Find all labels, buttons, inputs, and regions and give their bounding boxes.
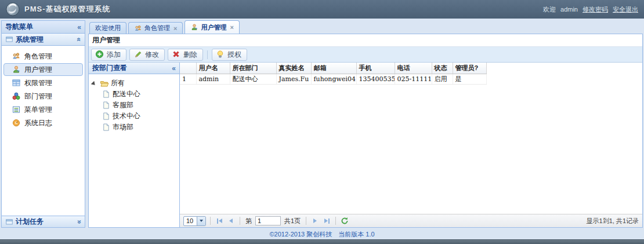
user-table: 用户名 所在部门 真实姓名 邮箱 手机 电话 状态 管理员? <box>180 63 487 85</box>
paging-toolbar: 10 第 共1页 <box>180 214 642 227</box>
edit-button-label: 修改 <box>145 50 159 60</box>
column-header-admin[interactable]: 管理员? <box>453 63 486 74</box>
user-icon <box>190 23 198 31</box>
grid-empty-area <box>180 85 642 214</box>
refresh-icon[interactable] <box>340 216 349 225</box>
sidebar-item-department-mgmt[interactable]: 部门管理 <box>3 90 83 103</box>
tree-node-label: 客服部 <box>113 100 133 110</box>
footer-bar: ©2012-2013 聚创科技 当前版本 1.0 <box>0 229 644 239</box>
main-area: 欢迎使用 角色管理 × 用户管理 × 用户管理 <box>88 20 643 228</box>
tree-expander-icon[interactable] <box>91 81 99 88</box>
column-header-realname[interactable]: 真实姓名 <box>276 63 311 74</box>
panel-title: 用户管理 <box>89 34 642 47</box>
sidebar-item-label: 权限管理 <box>24 78 52 88</box>
sidebar-collapse-icon[interactable]: « <box>77 24 81 31</box>
sidebar-item-role-mgmt[interactable]: 角色管理 <box>3 50 83 63</box>
bulb-icon <box>216 50 225 59</box>
edit-pencil-icon <box>133 50 143 59</box>
tab-role-mgmt[interactable]: 角色管理 × <box>128 22 183 34</box>
accordion-section-tasks[interactable]: 计划任务 « <box>2 216 85 227</box>
tab-label: 角色管理 <box>144 24 170 32</box>
page-size-select[interactable]: 10 <box>183 216 206 226</box>
first-page-button[interactable] <box>215 216 224 225</box>
section-expand-icon[interactable]: « <box>76 220 83 224</box>
user-grid-panel: 用户名 所在部门 真实姓名 邮箱 手机 电话 状态 管理员? <box>180 63 642 227</box>
log-icon <box>12 118 21 128</box>
tab-strip: 欢迎使用 角色管理 × 用户管理 × <box>88 20 643 34</box>
column-header-phone[interactable]: 电话 <box>395 63 432 74</box>
menu-icon <box>12 105 21 114</box>
logout-link[interactable]: 安全退出 <box>613 5 638 14</box>
tree-collapse-icon[interactable]: « <box>172 65 176 72</box>
sidebar-item-label: 用户管理 <box>24 65 52 75</box>
tree-node-root[interactable]: 所有 <box>91 78 177 89</box>
welcome-label: 欢迎 <box>543 5 556 14</box>
tree-node-dept[interactable]: 配送中心 <box>91 89 177 100</box>
tree-node-dept[interactable]: 技术中心 <box>91 111 177 122</box>
column-header-email[interactable]: 邮箱 <box>311 63 356 74</box>
tree-panel-header: 按部门查看 « <box>89 63 179 74</box>
sidebar-item-label: 部门管理 <box>24 92 52 101</box>
toolbar: 添加 修改 删除 <box>89 47 642 63</box>
prev-page-button[interactable] <box>226 216 236 225</box>
page-total-label: 共1页 <box>284 217 301 225</box>
page-number-input[interactable] <box>255 216 281 225</box>
column-header-status[interactable]: 状态 <box>432 63 453 74</box>
page-size-value: 10 <box>184 217 197 225</box>
add-button[interactable]: 添加 <box>91 49 126 61</box>
delete-button-label: 删除 <box>183 50 197 60</box>
tab-welcome[interactable]: 欢迎使用 <box>89 22 126 34</box>
app-header: PMS-基础权限管理系统 欢迎 admin 修改密码 安全退出 <box>0 0 644 19</box>
authorize-button[interactable]: 授权 <box>212 49 247 61</box>
sidebar-item-label: 系统日志 <box>24 118 52 128</box>
cell-department: 配送中心 <box>230 74 276 84</box>
tree-node-dept[interactable]: 市场部 <box>91 122 177 133</box>
section-collapse-icon[interactable]: « <box>76 38 83 42</box>
tab-user-mgmt[interactable]: 用户管理 × <box>184 20 239 34</box>
accordion-section-system[interactable]: 系统管理 « <box>2 34 85 46</box>
last-page-button[interactable] <box>322 216 331 225</box>
page-prefix-label: 第 <box>245 217 252 225</box>
sidebar-menu-list: 角色管理 用户管理 权限管理 部门管理 <box>2 46 85 216</box>
paging-separator <box>335 217 336 225</box>
user-mgmt-panel: 用户管理 添加 修改 删 <box>88 34 643 228</box>
combo-trigger-icon[interactable] <box>197 217 205 225</box>
window-icon <box>5 35 13 43</box>
add-icon <box>95 50 104 59</box>
cell-mobile: 13540053565 <box>356 74 395 84</box>
cell-phone: 025-11111112 <box>395 74 432 84</box>
cell-rownum: 1 <box>180 74 196 84</box>
sidebar-item-permission-mgmt[interactable]: 权限管理 <box>3 77 83 89</box>
sidebar-nav-panel: 导航菜单 « 系统管理 « 角色管理 用户管理 <box>1 20 85 228</box>
add-button-label: 添加 <box>107 50 121 60</box>
app-title: PMS-基础权限管理系统 <box>24 4 111 14</box>
sidebar-item-menu-mgmt[interactable]: 菜单管理 <box>3 103 83 116</box>
delete-x-icon <box>172 50 181 59</box>
next-page-button[interactable] <box>310 216 320 225</box>
change-password-link[interactable]: 修改密码 <box>583 5 608 14</box>
tree-node-dept[interactable]: 客服部 <box>91 100 177 111</box>
tab-close-icon[interactable]: × <box>173 25 177 32</box>
sidebar-item-user-mgmt[interactable]: 用户管理 <box>3 63 83 76</box>
tab-close-icon[interactable]: × <box>230 24 233 31</box>
column-header-department[interactable]: 所在部门 <box>230 63 276 74</box>
column-header-mobile[interactable]: 手机 <box>356 63 395 74</box>
table-row[interactable]: 1 admin 配送中心 James.Fu fuhongwei0410@126 … <box>180 74 486 84</box>
edit-button[interactable]: 修改 <box>129 49 165 61</box>
cell-email: fuhongwei0410@126 <box>311 74 356 84</box>
role-icon <box>12 52 21 61</box>
tree-panel-title: 按部门查看 <box>92 63 127 73</box>
header-user-area: 欢迎 admin 修改密码 安全退出 <box>543 5 638 14</box>
username: admin <box>560 6 578 13</box>
sidebar-item-system-log[interactable]: 系统日志 <box>3 116 83 129</box>
tree-body: 所有 配送中心 客服部 <box>89 74 179 227</box>
folder-open-icon <box>100 79 109 88</box>
sidebar-title-bar: 导航菜单 « <box>2 21 85 34</box>
section-tasks-label: 计划任务 <box>16 217 44 227</box>
column-header-username[interactable]: 用户名 <box>196 63 230 74</box>
table-header-row: 用户名 所在部门 真实姓名 邮箱 手机 电话 状态 管理员? <box>180 63 486 74</box>
paging-separator <box>306 217 306 225</box>
paging-status-text: 显示1到1, 共1记录 <box>587 217 639 225</box>
page-icon <box>102 90 111 99</box>
delete-button[interactable]: 删除 <box>168 49 203 61</box>
